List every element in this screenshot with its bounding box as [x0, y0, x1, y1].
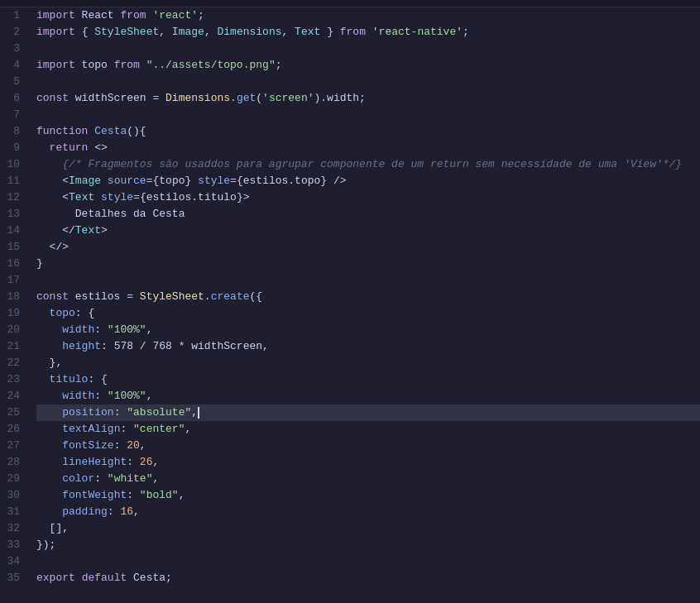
- token-obj-key: height: [62, 340, 101, 352]
- token-kw: from: [120, 9, 146, 22]
- line-number: 10: [7, 156, 20, 173]
- line-number: 4: [7, 57, 20, 74]
- line-number: 5: [7, 74, 20, 90]
- token-obj-key: textAlign: [62, 423, 120, 435]
- code-line: {/* Fragmentos são usaddos para agrupar …: [36, 156, 700, 173]
- token-bracket: </>: [50, 241, 69, 253]
- token-plain: [75, 572, 82, 584]
- token-plain: [36, 522, 50, 534]
- token-plain: [36, 456, 62, 468]
- token-plain: [36, 489, 62, 501]
- token-plain: ,: [140, 439, 146, 452]
- line-number: 29: [7, 471, 20, 487]
- code-line: });: [36, 537, 700, 553]
- token-import-name: Image: [172, 26, 204, 38]
- token-obj-val-num: 26: [140, 456, 153, 468]
- token-plain: [36, 307, 50, 319]
- token-plain: ,: [185, 423, 191, 435]
- token-plain: [333, 26, 340, 38]
- token-plain: : {: [88, 373, 107, 385]
- token-obj-val-str: "100%": [108, 323, 146, 336]
- code-line: textAlign: "center",: [36, 421, 700, 438]
- line-number: 31: [7, 504, 20, 520]
- token-bracket: }: [327, 26, 333, 38]
- token-plain: :: [94, 390, 108, 402]
- token-plain: Cesta;: [127, 572, 172, 584]
- code-editor: 1234567891011121314151617181920212223242…: [0, 7, 700, 586]
- token-obj-key: fontSize: [62, 439, 113, 452]
- token-plain: :: [94, 323, 108, 336]
- token-plain: :: [114, 406, 127, 419]
- line-number: 17: [7, 272, 20, 289]
- code-line: import { StyleSheet, Image, Dimensions, …: [36, 24, 700, 41]
- token-component: Text: [75, 224, 101, 237]
- line-number: 24: [7, 388, 20, 404]
- token-plain: [36, 191, 62, 203]
- line-number: 16: [7, 256, 20, 272]
- token-plain: :: [94, 472, 108, 485]
- code-line: height: 578 / 768 * widthScreen,: [36, 338, 700, 355]
- token-plain: .: [204, 290, 211, 303]
- token-plain: [140, 59, 146, 71]
- code-line: [],: [36, 520, 700, 537]
- code-line: <Image source={topo} style={estilos.topo…: [36, 173, 700, 189]
- token-plain: [36, 340, 62, 352]
- code-line: lineHeight: 26,: [36, 454, 700, 471]
- token-plain: ;: [463, 26, 469, 38]
- token-plain: (: [256, 92, 262, 104]
- token-plain: [36, 423, 62, 435]
- token-obj-key: position: [62, 406, 113, 419]
- token-plain: (){: [127, 125, 146, 137]
- line-number: 6: [7, 90, 20, 107]
- token-plain: });: [36, 538, 55, 551]
- token-plain: ,: [146, 390, 153, 402]
- token-plain: [101, 175, 108, 187]
- code-line: [36, 41, 700, 57]
- token-obj-key: color: [62, 472, 94, 485]
- line-number: 2: [7, 24, 20, 41]
- line-number: 34: [7, 553, 20, 570]
- token-plain: [94, 191, 101, 203]
- line-number: 1: [7, 7, 20, 24]
- line-number: 35: [7, 570, 20, 586]
- token-plain: =: [127, 290, 140, 303]
- line-number: 3: [7, 41, 20, 57]
- token-obj-val-str: "bold": [140, 489, 179, 501]
- token-plain: [36, 158, 62, 170]
- token-plain: ],: [55, 522, 69, 534]
- token-plain: >: [101, 224, 108, 237]
- token-component: Image: [69, 175, 101, 187]
- code-line: import React from 'react';: [36, 7, 700, 24]
- token-plain: =: [152, 92, 165, 104]
- code-line: function Cesta(){: [36, 123, 700, 140]
- line-number: 14: [7, 223, 20, 239]
- token-plain: ={estilos.topo} />: [230, 175, 346, 187]
- token-kw: from: [114, 59, 140, 71]
- token-obj-key: width: [62, 390, 94, 402]
- token-plain: [36, 505, 62, 518]
- token-str: "../assets/topo.png": [146, 59, 276, 71]
- code-line: const estilos = StyleSheet.create({: [36, 289, 700, 305]
- token-plain: ,: [152, 472, 159, 485]
- token-plain: widthScreen: [69, 92, 152, 104]
- token-obj-val-num: 20: [127, 439, 140, 452]
- code-line: return <>: [36, 140, 700, 156]
- token-attr: source: [108, 175, 146, 187]
- token-plain: ,: [146, 323, 153, 336]
- token-plain: ,: [152, 456, 159, 468]
- token-plain: : {: [75, 307, 94, 319]
- code-line: </Text>: [36, 223, 700, 239]
- token-obj-val-str: "100%": [108, 390, 146, 402]
- line-number: 9: [7, 140, 20, 156]
- code-content[interactable]: import React from 'react';import { Style…: [30, 7, 700, 586]
- token-plain: [36, 323, 62, 336]
- token-plain: ;: [276, 59, 282, 71]
- token-plain: :: [127, 489, 140, 501]
- token-obj-val-str: "white": [108, 472, 153, 485]
- token-plain: [36, 406, 62, 419]
- code-line: fontSize: 20,: [36, 438, 700, 454]
- token-obj-val-str: "center": [133, 423, 185, 435]
- line-number: 7: [7, 107, 20, 123]
- token-str: 'react-native': [372, 26, 463, 38]
- token-plain: ={topo}: [146, 175, 198, 187]
